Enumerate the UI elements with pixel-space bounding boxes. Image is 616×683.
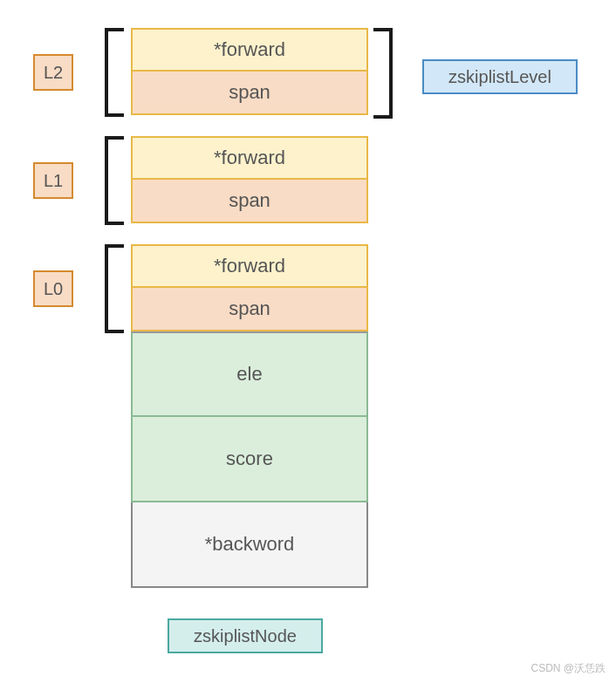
backword-cell: *backword	[131, 502, 368, 588]
l2-forward-cell: *forward	[131, 28, 368, 72]
l1-label: L1	[33, 162, 73, 199]
l1-forward-cell: *forward	[131, 136, 368, 180]
l0-label: L0	[33, 270, 73, 307]
l2-label: L2	[33, 54, 73, 91]
l2-span-cell: span	[131, 72, 368, 115]
ele-cell: ele	[131, 331, 368, 417]
score-cell: score	[131, 417, 368, 502]
l1-span-cell: span	[131, 180, 368, 223]
l0-forward-cell: *forward	[131, 244, 368, 288]
bracket-l0-icon	[105, 244, 124, 333]
node-stack: *forward span *forward span *forward spa…	[131, 28, 368, 588]
watermark-text: CSDN @沃恁跌	[530, 661, 606, 676]
l0-span-cell: span	[131, 288, 368, 331]
bracket-l2-icon	[105, 28, 124, 117]
zskiplistNode-label: zskiplistNode	[168, 618, 323, 653]
zskiplistLevel-label: zskiplistLevel	[422, 59, 578, 94]
bracket-l1-icon	[105, 136, 124, 225]
bracket-right-icon	[373, 28, 393, 119]
